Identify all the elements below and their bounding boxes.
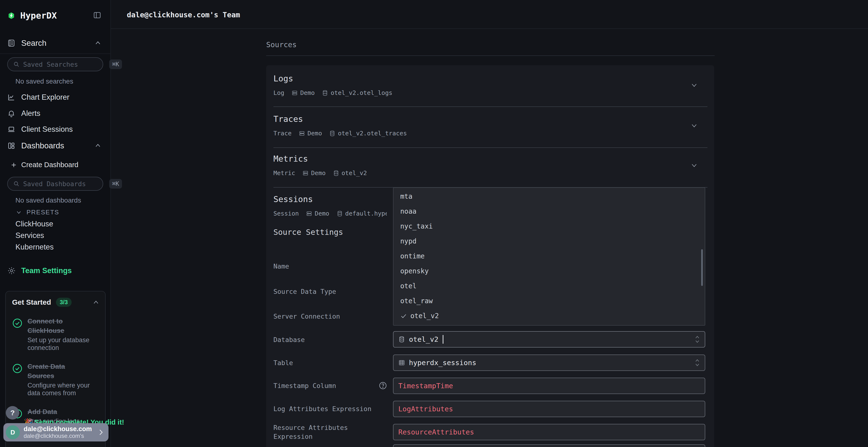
dropdown-option-otel-raw[interactable]: otel_raw: [394, 294, 705, 309]
next-input-partial[interactable]: [393, 444, 705, 447]
database-select[interactable]: otel_v2: [393, 331, 705, 347]
chart-line-icon: [7, 93, 16, 101]
source-traces-title: Traces: [273, 114, 303, 124]
dropdown-option-otel[interactable]: otel: [394, 279, 705, 294]
preset-kubernetes[interactable]: Kubernetes: [16, 243, 54, 251]
search-icon: [13, 61, 20, 68]
help-button[interactable]: ?: [6, 406, 19, 419]
plus-icon: [10, 162, 17, 168]
sidebar-item-label: Dashboards: [21, 141, 64, 150]
presets-toggle[interactable]: PRESETS: [16, 209, 59, 216]
chevron-right-icon: [98, 429, 104, 436]
chevron-down-icon[interactable]: [690, 123, 698, 129]
table-label: Table: [273, 358, 379, 367]
chevron-down-icon[interactable]: [690, 162, 698, 169]
database-value: otel_v2: [409, 335, 438, 343]
divider: [266, 56, 715, 56]
get-started-item-sources[interactable]: Create Data Sources Configure where your…: [12, 362, 99, 397]
database-icon: [333, 170, 339, 176]
dropdown-option-ontime[interactable]: ontime: [394, 249, 705, 264]
sidebar-collapse-icon[interactable]: [93, 11, 101, 19]
user-menu[interactable]: D dale@clickhouse.com dale@clickhouse.co…: [3, 423, 108, 442]
server-connection-label: Server Connection: [273, 312, 379, 321]
presets-label: PRESETS: [27, 209, 59, 216]
table-select[interactable]: hyperdx_sessions: [393, 354, 705, 371]
app-logo[interactable]: HyperDX: [8, 10, 57, 21]
chevron-up-icon[interactable]: [94, 40, 101, 46]
source-logs-meta: Log Demo otel_v2.otel_logs: [273, 89, 392, 96]
select-updown-icon: [695, 358, 700, 367]
sidebar-item-chart-explorer[interactable]: Chart Explorer: [7, 93, 69, 102]
saved-dashboards-input[interactable]: [23, 180, 106, 187]
sidebar-section-search[interactable]: Search: [7, 38, 46, 48]
source-table: otel_v2: [342, 170, 367, 176]
source-table: otel_v2.otel_traces: [338, 130, 407, 137]
create-dashboard-label: Create Dashboard: [21, 161, 79, 169]
sidebar-item-label: Alerts: [21, 109, 40, 118]
saved-searches-search[interactable]: ⌘K: [7, 57, 103, 71]
page-header: dale@clickhouse.com's Team: [111, 0, 868, 29]
main-area: dale@clickhouse.com's Team Sources Logs …: [111, 0, 868, 447]
dropdown-option-noaa[interactable]: noaa: [394, 204, 705, 219]
source-connection: Demo: [300, 89, 315, 96]
hyperdx-logo-icon: [8, 12, 15, 20]
dropdown-scrollbar[interactable]: [701, 249, 703, 286]
get-started-item-connect[interactable]: Connect to ClickHouse Set up your databa…: [12, 316, 99, 352]
resource-attributes-value: ResourceAttributes: [398, 428, 474, 436]
source-type: Log: [273, 89, 284, 96]
chevron-down-icon[interactable]: [690, 82, 698, 89]
name-label: Name: [273, 262, 379, 271]
resource-attributes-input[interactable]: ResourceAttributes: [393, 424, 705, 440]
log-attributes-input[interactable]: LogAttributes: [393, 401, 705, 417]
preset-services[interactable]: Services: [16, 231, 44, 240]
dropdown-option-nypd[interactable]: nypd: [394, 234, 705, 249]
database-icon: [329, 130, 335, 137]
shortcut-badge: ⌘K: [109, 179, 122, 188]
chevron-down-icon: [16, 210, 22, 215]
saved-dashboards-search[interactable]: ⌘K: [7, 177, 103, 191]
timestamp-column-value: TimestampTime: [398, 382, 453, 390]
team-settings-link[interactable]: Team Settings: [7, 266, 72, 275]
sidebar-section-dashboards[interactable]: Dashboards: [7, 141, 64, 150]
chevron-up-icon[interactable]: [94, 143, 101, 148]
source-sessions-title: Sessions: [273, 194, 313, 204]
resource-attributes-label: Resource Attributes Expression: [273, 423, 379, 441]
bell-icon: [7, 109, 16, 117]
source-type: Session: [273, 210, 299, 217]
preset-clickhouse[interactable]: ClickHouse: [16, 220, 53, 228]
server-icon: [306, 210, 312, 217]
database-icon: [398, 336, 405, 343]
create-dashboard-button[interactable]: Create Dashboard: [10, 161, 79, 169]
dropdown-option-mta[interactable]: mta: [394, 189, 705, 204]
source-sessions-meta: Session Demo default.hyperdx_s: [273, 210, 387, 217]
get-started-item-title: Create Data Sources: [28, 362, 93, 381]
table-icon: [398, 359, 405, 366]
no-saved-searches-text: No saved searches: [16, 77, 73, 85]
source-type: Metric: [273, 170, 295, 176]
dropdown-option-otel-v2-selected[interactable]: otel_v2: [394, 309, 705, 323]
dropdown-option-opensky[interactable]: opensky: [394, 264, 705, 279]
sidebar-item-alerts[interactable]: Alerts: [7, 109, 40, 118]
source-settings-title: Source Settings: [273, 228, 343, 237]
get-started-item-subtitle: Configure where your data comes from: [28, 381, 93, 397]
source-connection: Demo: [315, 210, 329, 217]
help-circle-icon[interactable]: [378, 381, 387, 390]
divider: [273, 147, 707, 148]
dropdown-option-nyc-taxi[interactable]: nyc_taxi: [394, 219, 705, 234]
get-started-progress-badge: 3/3: [56, 298, 72, 307]
server-icon: [291, 90, 298, 96]
sidebar: HyperDX Search ⌘K No saved searches Char…: [0, 0, 111, 447]
timestamp-column-input[interactable]: TimestampTime: [393, 378, 705, 394]
check-circle-icon: [12, 316, 23, 352]
dashboard-grid-icon: [7, 142, 16, 150]
page-title: dale@clickhouse.com's Team: [127, 10, 240, 19]
sidebar-item-label: Client Sessions: [21, 125, 73, 134]
journal-icon: [7, 39, 16, 47]
source-table: otel_v2.otel_logs: [331, 89, 392, 96]
server-icon: [302, 170, 309, 176]
sidebar-item-client-sessions[interactable]: Client Sessions: [7, 125, 73, 134]
database-icon: [337, 210, 343, 217]
source-traces-meta: Trace Demo otel_v2.otel_traces: [273, 130, 407, 137]
chevron-up-icon[interactable]: [93, 299, 99, 305]
saved-searches-input[interactable]: [23, 61, 106, 68]
